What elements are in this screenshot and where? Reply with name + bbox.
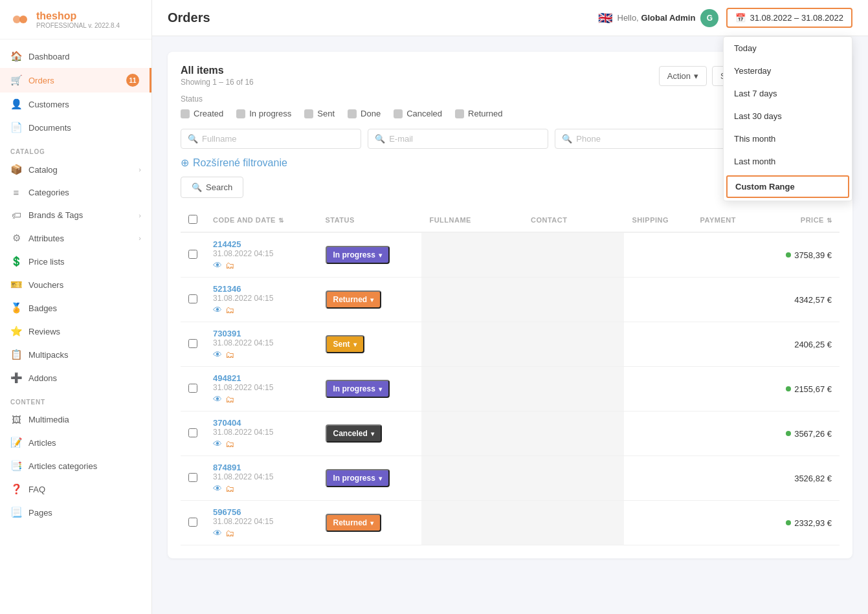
sidebar-item-badges[interactable]: 🏅 Badges — [0, 296, 151, 320]
logo-version: PROFESSIONAL v. 2022.8.4 — [36, 22, 120, 29]
edit-icon[interactable]: 🗂 — [225, 349, 234, 360]
edit-icon[interactable]: 🗂 — [225, 439, 234, 449]
date-range-button[interactable]: 📅 31.08.2022 – 31.08.2022 — [726, 8, 852, 28]
sidebar-item-label: Pages — [28, 508, 52, 518]
sidebar-item-documents[interactable]: 📄 Documents — [0, 116, 151, 139]
sidebar-item-multipacks[interactable]: 📋 Multipacks — [0, 343, 151, 366]
row-price: 2155,67 € — [759, 367, 840, 411]
sidebar-item-articles[interactable]: 📝 Articles — [0, 431, 151, 454]
view-icon[interactable]: 👁 — [213, 439, 222, 449]
select-all-checkbox[interactable] — [188, 215, 197, 224]
sidebar-item-attributes[interactable]: ⚙ Attributes › — [0, 226, 151, 250]
status-badge-button[interactable]: Returned ▾ — [326, 291, 382, 309]
search-button[interactable]: 🔍 Search — [181, 177, 243, 198]
sidebar-item-label: Brands & Tags — [28, 210, 83, 220]
email-input[interactable] — [389, 134, 541, 144]
status-filter-inprogress[interactable]: In progress — [236, 109, 291, 118]
row-checkbox[interactable] — [188, 339, 197, 348]
chevron-down-icon: ▾ — [370, 520, 373, 527]
status-badge-button[interactable]: In progress ▾ — [326, 246, 390, 264]
sidebar-item-reviews[interactable]: ⭐ Reviews — [0, 320, 151, 343]
row-checkbox[interactable] — [188, 428, 197, 437]
sidebar-item-orders[interactable]: 🛒 Orders 11 — [0, 68, 151, 93]
edit-icon[interactable]: 🗂 — [225, 305, 234, 315]
dropdown-last30days[interactable]: Last 30 days — [724, 105, 852, 127]
status-badge-button[interactable]: In progress ▾ — [326, 469, 390, 487]
search-icon: 🔍 — [188, 134, 198, 144]
order-id-link[interactable]: 214425 — [213, 239, 241, 249]
status-filter-created[interactable]: Created — [181, 109, 223, 118]
edit-icon[interactable]: 🗂 — [225, 394, 234, 404]
row-checkbox-cell — [181, 232, 205, 278]
sidebar-item-articles-categories[interactable]: 📑 Articles categories — [0, 454, 151, 477]
edit-icon[interactable]: 🗂 — [225, 528, 234, 538]
dropdown-today[interactable]: Today — [724, 37, 852, 60]
dropdown-this-month[interactable]: This month — [724, 127, 852, 150]
phone-input[interactable] — [576, 134, 728, 144]
row-contact — [523, 367, 625, 411]
dropdown-last-month[interactable]: Last month — [724, 150, 852, 173]
sidebar-item-faq[interactable]: ❓ FAQ — [0, 477, 151, 501]
action-button[interactable]: Action ▾ — [659, 66, 707, 86]
status-filter-sent[interactable]: Sent — [304, 109, 335, 118]
status-filter-done[interactable]: Done — [348, 109, 381, 118]
row-status: In progress ▾ — [318, 367, 422, 411]
row-checkbox-cell — [181, 278, 205, 322]
sidebar-item-multimedia[interactable]: 🖼 Multimedia — [0, 408, 151, 431]
dropdown-custom-range[interactable]: Custom Range — [726, 175, 849, 198]
email-search[interactable]: 🔍 — [368, 129, 548, 149]
sidebar-item-vouchers[interactable]: 🎫 Vouchers — [0, 273, 151, 296]
row-checkbox[interactable] — [188, 473, 197, 482]
view-icon[interactable]: 👁 — [213, 483, 222, 494]
status-badge-button[interactable]: Sent ▾ — [326, 335, 364, 353]
status-badge-button[interactable]: Canceled ▾ — [326, 424, 382, 443]
order-date: 31.08.2022 04:15 — [213, 428, 310, 437]
multipacks-icon: 📋 — [10, 349, 22, 360]
sidebar-item-brands-tags[interactable]: 🏷 Brands & Tags › — [0, 204, 151, 226]
view-icon[interactable]: 👁 — [213, 528, 222, 538]
row-checkbox[interactable] — [188, 250, 197, 259]
dropdown-yesterday[interactable]: Yesterday — [724, 60, 852, 82]
dropdown-last7days[interactable]: Last 7 days — [724, 82, 852, 105]
view-icon[interactable]: 👁 — [213, 394, 222, 404]
sidebar-item-addons[interactable]: ➕ Addons — [0, 366, 151, 389]
sidebar-item-label: Multipacks — [28, 350, 68, 360]
main-area: Orders 🇬🇧 Hello, Global Admin G 📅 31.08.… — [152, 0, 868, 614]
fullname-input[interactable] — [202, 134, 354, 144]
status-badge-button[interactable]: In progress ▾ — [326, 380, 390, 398]
sidebar-item-catalog[interactable]: 📦 Catalog › — [0, 158, 151, 181]
edit-icon[interactable]: 🗂 — [225, 483, 234, 494]
sidebar-item-label: Documents — [28, 123, 71, 133]
price-lists-icon: 💲 — [10, 256, 22, 267]
order-id-link[interactable]: 730391 — [213, 329, 241, 338]
header-right: 🇬🇧 Hello, Global Admin G 📅 31.08.2022 – … — [598, 8, 853, 28]
fullname-search[interactable]: 🔍 — [181, 129, 361, 149]
order-id-link[interactable]: 596756 — [213, 507, 241, 517]
table-row: 596756 31.08.2022 04:15 👁 🗂 Returned ▾ 2… — [181, 501, 840, 545]
faq-icon: ❓ — [10, 483, 22, 495]
view-icon[interactable]: 👁 — [213, 305, 222, 315]
status-filter-returned[interactable]: Returned — [455, 109, 502, 118]
order-id-link[interactable]: 494821 — [213, 373, 241, 383]
order-id-link[interactable]: 521346 — [213, 284, 241, 294]
row-checkbox[interactable] — [188, 384, 197, 393]
status-badge-button[interactable]: Returned ▾ — [326, 514, 382, 532]
row-checkbox[interactable] — [188, 518, 197, 527]
row-fullname — [421, 411, 523, 456]
sidebar-item-dashboard[interactable]: 🏠 Dashboard — [0, 45, 151, 68]
edit-icon[interactable]: 🗂 — [225, 260, 234, 270]
sidebar-item-categories[interactable]: ≡ Categories — [0, 181, 151, 204]
order-id-link[interactable]: 370404 — [213, 418, 241, 428]
order-id-link[interactable]: 874891 — [213, 463, 241, 472]
sidebar-item-customers[interactable]: 👤 Customers — [0, 93, 151, 116]
status-filter-canceled[interactable]: Canceled — [394, 109, 442, 118]
view-icon[interactable]: 👁 — [213, 349, 222, 360]
user-avatar[interactable]: G — [700, 9, 718, 27]
phone-search[interactable]: 🔍 — [555, 129, 735, 149]
row-checkbox[interactable] — [188, 294, 197, 303]
sidebar-item-price-lists[interactable]: 💲 Price lists — [0, 250, 151, 273]
payment-dot — [786, 431, 791, 436]
sidebar-item-pages[interactable]: 📃 Pages — [0, 501, 151, 524]
badges-icon: 🏅 — [10, 302, 22, 314]
view-icon[interactable]: 👁 — [213, 260, 222, 270]
